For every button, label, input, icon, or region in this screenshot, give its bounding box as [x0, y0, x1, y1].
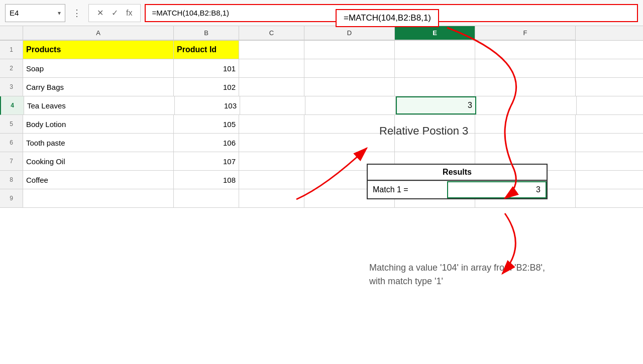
cell-B4[interactable]: 103 — [175, 96, 240, 114]
row-number: 1 — [0, 41, 23, 59]
dots-icon: ⋮ — [69, 8, 84, 19]
col-header-F: F — [475, 26, 576, 40]
formula-actions: ✕ ✓ fx — [88, 4, 141, 22]
cell-D2 — [304, 59, 395, 77]
cell-C8 — [239, 171, 304, 189]
cell-F3 — [475, 78, 576, 96]
cell-B7[interactable]: 107 — [174, 152, 239, 170]
table-row: 1 Products Product Id — [0, 41, 643, 59]
cell-ref-text: E4 — [10, 9, 19, 17]
row-number: 5 — [0, 115, 23, 133]
cell-E4[interactable]: 3 — [396, 96, 476, 114]
cell-D1 — [304, 41, 395, 59]
cell-F4 — [476, 96, 577, 114]
col-header-B: B — [174, 26, 239, 40]
cell-C1 — [239, 41, 304, 59]
results-row: Match 1 = 3 — [368, 181, 547, 198]
row-number: 7 — [0, 152, 23, 170]
cell-A1[interactable]: Products — [23, 41, 174, 59]
row-number: 3 — [0, 78, 23, 96]
cell-F5 — [475, 115, 576, 133]
results-header: Results — [368, 165, 547, 181]
cell-A2[interactable]: Soap — [23, 59, 174, 77]
row-number: 2 — [0, 59, 23, 77]
cell-B1[interactable]: Product Id — [174, 41, 239, 59]
cell-B6[interactable]: 106 — [174, 134, 239, 152]
row-number: 4 — [1, 96, 24, 114]
cell-B5[interactable]: 105 — [174, 115, 239, 133]
col-header-A: A — [23, 26, 174, 40]
cell-C2 — [239, 59, 304, 77]
col-header-D: D — [304, 26, 395, 40]
cell-C3 — [239, 78, 304, 96]
cell-B8[interactable]: 108 — [174, 171, 239, 189]
cell-E3 — [395, 78, 475, 96]
cell-C9 — [239, 189, 304, 207]
table-row: 3 Carry Bags 102 — [0, 78, 643, 96]
description-text: Matching a value '104' in array from 'B2… — [369, 261, 560, 288]
column-header-row: A B C D E F — [0, 26, 643, 41]
cell-F1 — [475, 41, 576, 59]
formula-annotation-box: =MATCH(104,B2:B8,1) — [336, 9, 439, 27]
cell-A5[interactable]: Body Lotion — [23, 115, 174, 133]
cell-A9 — [23, 189, 174, 207]
cell-F2 — [475, 59, 576, 77]
cell-A4[interactable]: Tea Leaves — [24, 96, 175, 114]
table-row: 6 Tooth paste 106 — [0, 134, 643, 152]
cell-C7 — [239, 152, 304, 170]
cell-B9 — [174, 189, 239, 207]
formula-bar: E4 ▾ ⋮ ✕ ✓ fx =MATCH(104,B2:B8,1) — [0, 0, 643, 26]
cell-E2 — [395, 59, 475, 77]
results-table: Results Match 1 = 3 — [367, 164, 548, 199]
table-row: 4 Tea Leaves 103 3 — [0, 96, 643, 115]
cell-A8[interactable]: Coffee — [23, 171, 174, 189]
match1-value: 3 — [447, 181, 547, 198]
table-row: 5 Body Lotion 105 — [0, 115, 643, 134]
formula-text: =MATCH(104,B2:B8,1) — [152, 9, 229, 17]
cell-D4 — [305, 96, 396, 114]
table-row: 2 Soap 101 — [0, 59, 643, 78]
col-header-E: E — [395, 26, 475, 40]
formula-annotation-text: =MATCH(104,B2:B8,1) — [344, 13, 431, 23]
corner-cell — [0, 26, 23, 40]
cancel-icon[interactable]: ✕ — [97, 8, 103, 18]
row-number: 6 — [0, 134, 23, 152]
confirm-icon[interactable]: ✓ — [112, 8, 118, 18]
cell-B3[interactable]: 102 — [174, 78, 239, 96]
cell-D3 — [304, 78, 395, 96]
cell-F6 — [475, 134, 576, 152]
cell-E1 — [395, 41, 475, 59]
cell-reference-box[interactable]: E4 ▾ — [5, 4, 65, 22]
cell-A6[interactable]: Tooth paste — [23, 134, 174, 152]
cell-ref-dropdown-icon: ▾ — [58, 10, 61, 17]
cell-B2[interactable]: 101 — [174, 59, 239, 77]
match1-label: Match 1 = — [368, 181, 447, 198]
cell-A3[interactable]: Carry Bags — [23, 78, 174, 96]
row-number: 9 — [0, 189, 23, 207]
relative-position-label: Relative Postion 3 — [379, 125, 468, 138]
fx-icon[interactable]: fx — [126, 9, 132, 18]
col-header-C: C — [239, 26, 304, 40]
row-number: 8 — [0, 171, 23, 189]
cell-C4 — [240, 96, 305, 114]
cell-A7[interactable]: Cooking Oil — [23, 152, 174, 170]
cell-C5 — [239, 115, 304, 133]
cell-C6 — [239, 134, 304, 152]
